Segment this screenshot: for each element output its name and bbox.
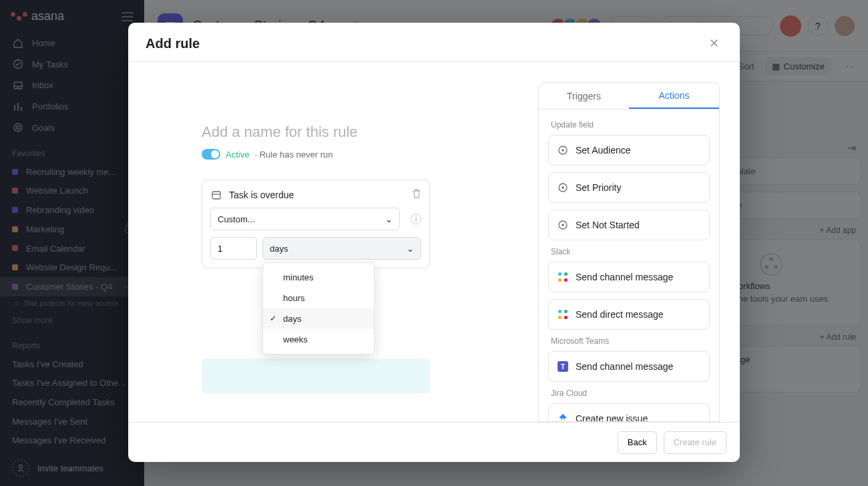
- unit-option-minutes[interactable]: minutes: [263, 267, 374, 288]
- field-icon: [557, 182, 569, 194]
- group-label: Microsoft Teams: [551, 336, 707, 346]
- unit-dropdown: minutes hours days weeks: [262, 262, 375, 354]
- rule-name-placeholder[interactable]: Add a name for this rule: [202, 124, 538, 141]
- svg-point-11: [562, 149, 564, 152]
- rule-status-text: · Rule has never run: [254, 150, 333, 160]
- trigger-mode-select[interactable]: Custom... ⌄: [210, 208, 400, 230]
- action-jira-create-issue[interactable]: Create new issue: [548, 403, 710, 421]
- create-rule-button[interactable]: Create rule: [664, 431, 726, 454]
- action-set-priority[interactable]: Set Priority: [548, 172, 710, 203]
- add-rule-modal: Add rule ✕ Add a name for this rule Acti…: [128, 23, 740, 462]
- jira-icon: [557, 413, 569, 421]
- calendar-icon: [210, 189, 222, 201]
- chevron-down-icon: ⌄: [407, 244, 414, 254]
- group-label: Update field: [551, 120, 707, 130]
- tab-triggers[interactable]: Triggers: [539, 83, 629, 109]
- unit-option-weeks[interactable]: weeks: [263, 329, 374, 350]
- modal-title: Add rule: [146, 36, 200, 51]
- delete-trigger-icon[interactable]: [412, 188, 421, 201]
- group-label: Jira Cloud: [551, 389, 707, 398]
- unit-option-hours[interactable]: hours: [263, 288, 374, 308]
- teams-icon: [557, 360, 569, 373]
- add-action-dropzone[interactable]: [202, 358, 430, 393]
- trigger-card: Task is overdue Custom... ⌄ i days ⌄: [202, 180, 430, 268]
- slack-icon: [557, 308, 569, 320]
- slack-icon: [557, 271, 569, 283]
- action-set-not-started[interactable]: Set Not Started: [548, 210, 710, 240]
- group-label: Slack: [551, 247, 707, 256]
- active-toggle[interactable]: [202, 149, 220, 160]
- active-label: Active: [226, 150, 249, 160]
- back-button[interactable]: Back: [618, 431, 657, 454]
- svg-rect-9: [212, 192, 220, 199]
- trigger-label: Task is overdue: [229, 190, 294, 200]
- field-icon: [557, 144, 569, 156]
- tab-actions[interactable]: Actions: [629, 83, 719, 109]
- action-teams-channel[interactable]: Send channel message: [548, 351, 710, 382]
- svg-point-13: [562, 186, 564, 189]
- duration-unit-select[interactable]: days ⌄: [262, 237, 421, 260]
- unit-option-days[interactable]: days: [263, 308, 374, 329]
- field-icon: [557, 219, 569, 231]
- close-icon[interactable]: ✕: [705, 35, 722, 52]
- actions-panel: Triggers Actions Update field Set Audien…: [538, 82, 720, 422]
- action-set-audience[interactable]: Set Audience: [548, 135, 710, 166]
- chevron-down-icon: ⌄: [385, 214, 393, 224]
- svg-point-15: [562, 224, 564, 226]
- action-slack-direct[interactable]: Send direct message: [548, 299, 710, 330]
- duration-number-input[interactable]: [210, 237, 257, 260]
- info-icon[interactable]: i: [411, 214, 421, 224]
- rule-editor: Add a name for this rule Active · Rule h…: [128, 62, 538, 422]
- action-slack-channel[interactable]: Send channel message: [548, 262, 710, 292]
